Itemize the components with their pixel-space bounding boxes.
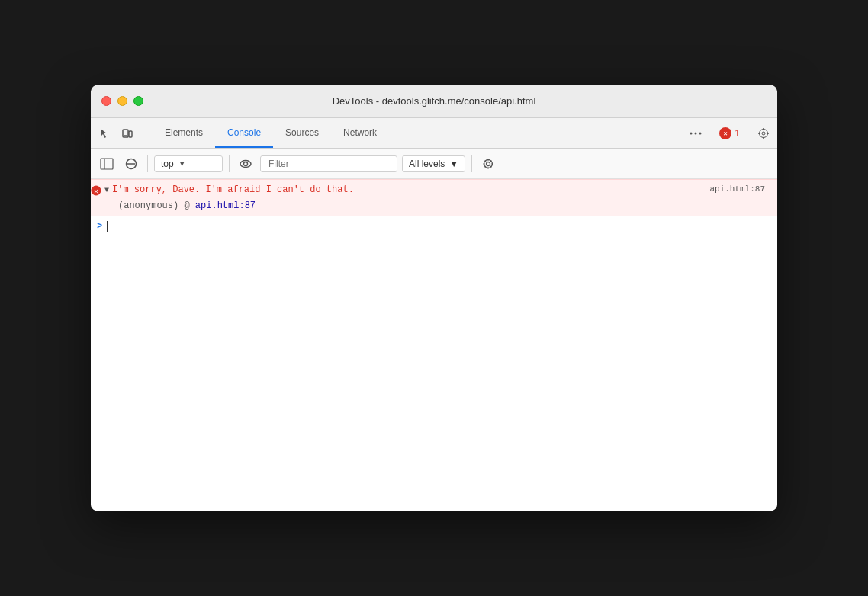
error-message: I'm sorry, Dave. I'm afraid I can't do t… — [112, 184, 706, 195]
console-input-row: > — [91, 216, 777, 236]
error-count: 1 — [735, 128, 740, 139]
svg-point-19 — [244, 162, 248, 165]
clear-console-button[interactable] — [121, 154, 141, 174]
tab-sources[interactable]: Sources — [273, 118, 331, 148]
filter-input[interactable] — [260, 155, 397, 172]
console-error-row: ✕ ▼ I'm sorry, Dave. I'm afraid I can't … — [91, 179, 777, 216]
svg-point-4 — [695, 132, 697, 134]
traffic-lights — [101, 96, 143, 106]
device-toggle-button[interactable] — [117, 123, 138, 144]
devtools-window: DevTools - devtools.glitch.me/console/ap… — [91, 85, 777, 511]
console-area: ✕ ▼ I'm sorry, Dave. I'm afraid I can't … — [91, 179, 777, 511]
console-cursor — [107, 221, 108, 232]
tab-bar-tools — [94, 118, 146, 148]
tab-console[interactable]: Console — [215, 118, 273, 148]
toolbar-divider-1 — [147, 155, 148, 172]
error-toggle-icon[interactable]: ▼ — [104, 186, 109, 194]
tab-elements[interactable]: Elements — [153, 118, 215, 148]
error-circle-icon: ✕ — [91, 185, 101, 199]
context-arrow-icon: ▼ — [178, 159, 186, 168]
error-source[interactable]: api.html:87 — [709, 184, 771, 194]
maximize-button[interactable] — [133, 96, 143, 106]
svg-text:✕: ✕ — [723, 131, 728, 136]
svg-point-3 — [690, 132, 693, 134]
close-button[interactable] — [101, 96, 111, 106]
context-value: top — [161, 159, 174, 169]
levels-arrow-icon: ▼ — [449, 159, 458, 169]
console-prompt-icon: > — [97, 221, 102, 232]
console-toolbar: top ▼ All levels ▼ — [91, 149, 777, 179]
error-badge-icon: ✕ — [719, 127, 731, 139]
svg-point-8 — [760, 129, 768, 137]
toolbar-divider-2 — [229, 155, 230, 172]
svg-point-21 — [484, 159, 493, 168]
tab-network[interactable]: Network — [331, 118, 389, 148]
title-bar: DevTools - devtools.glitch.me/console/ap… — [91, 85, 777, 118]
toolbar-divider-3 — [471, 155, 472, 172]
cursor-tool-button[interactable] — [94, 123, 115, 144]
tab-bar: Elements Console Sources Network ✕ — [91, 118, 777, 149]
tab-bar-right: ✕ 1 — [685, 118, 774, 148]
more-tabs-button[interactable] — [685, 123, 706, 144]
minimize-button[interactable] — [117, 96, 127, 106]
stack-link[interactable]: api.html:87 — [195, 200, 256, 211]
svg-point-5 — [699, 132, 702, 134]
error-stack: (anonymous) @ api.html:87 — [91, 200, 771, 211]
levels-selector[interactable]: All levels ▼ — [402, 155, 465, 172]
svg-point-20 — [487, 162, 490, 165]
error-line-1: ✕ ▼ I'm sorry, Dave. I'm afraid I can't … — [91, 184, 771, 199]
settings-icon-button[interactable] — [478, 154, 498, 174]
context-selector[interactable]: top ▼ — [154, 155, 223, 172]
stack-text: (anonymous) @ — [118, 200, 195, 211]
levels-label: All levels — [409, 159, 445, 169]
svg-rect-1 — [129, 131, 132, 137]
error-badge: ✕ 1 — [719, 127, 740, 139]
svg-rect-14 — [101, 159, 113, 169]
window-title: DevTools - devtools.glitch.me/console/ap… — [333, 95, 536, 107]
sidebar-toggle-button[interactable] — [97, 154, 117, 174]
svg-text:✕: ✕ — [94, 187, 98, 196]
eye-icon-button[interactable] — [236, 154, 256, 174]
devtools-settings-button[interactable] — [753, 123, 774, 144]
svg-point-9 — [762, 132, 765, 135]
